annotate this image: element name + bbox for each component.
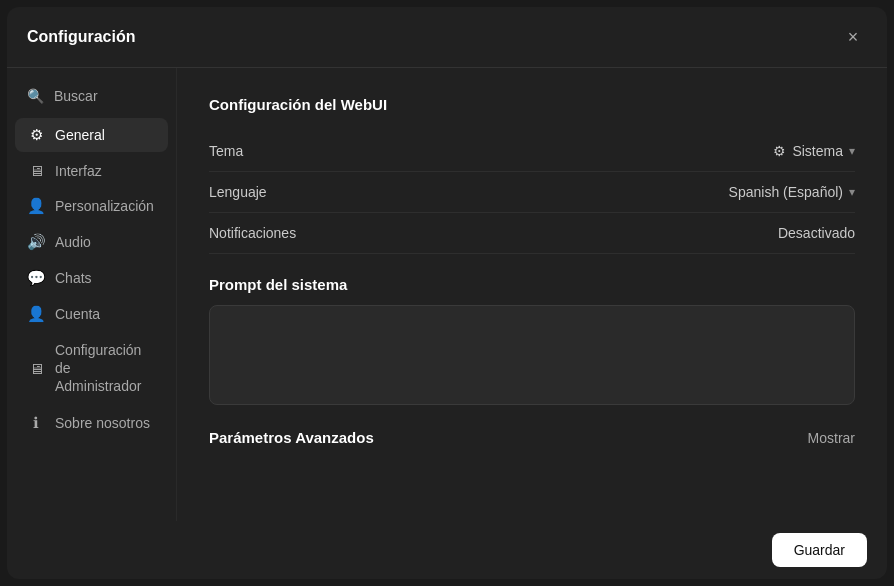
sidebar-item-audio-label: Audio <box>55 234 91 250</box>
chat-icon: 💬 <box>27 269 45 287</box>
audio-icon: 🔊 <box>27 233 45 251</box>
sidebar-item-interfaz[interactable]: 🖥 Interfaz <box>15 154 168 187</box>
lenguaje-selector[interactable]: Spanish (Español) ▾ <box>729 184 855 200</box>
modal-title: Configuración <box>27 28 135 46</box>
system-prompt-textarea[interactable] <box>209 305 855 405</box>
sidebar-item-search-label: Buscar <box>54 88 98 104</box>
modal-body: 🔍 Buscar ⚙ General 🖥 Interfaz 👤 Personal… <box>7 68 887 521</box>
setting-row-lenguaje: Lenguaje Spanish (Español) ▾ <box>209 172 855 213</box>
setting-row-tema: Tema ⚙ Sistema ▾ <box>209 131 855 172</box>
notificaciones-value: Desactivado <box>778 225 855 241</box>
sidebar-item-personalizacion-label: Personalización <box>55 198 154 214</box>
info-icon: ℹ <box>27 414 45 432</box>
sidebar-item-general-label: General <box>55 127 105 143</box>
modal-header: Configuración × <box>7 7 887 68</box>
tema-label: Tema <box>209 143 243 159</box>
monitor-icon: 🖥 <box>27 162 45 179</box>
system-prompt-label: Prompt del sistema <box>209 276 855 293</box>
sidebar-item-search[interactable]: 🔍 Buscar <box>15 80 168 112</box>
lenguaje-value: Spanish (Español) <box>729 184 843 200</box>
system-prompt-section: Prompt del sistema <box>209 276 855 409</box>
admin-icon: 🖥 <box>27 359 45 379</box>
search-icon: 🔍 <box>27 88 44 104</box>
account-icon: 👤 <box>27 305 45 323</box>
settings-modal: Configuración × 🔍 Buscar ⚙ General 🖥 <box>7 7 887 579</box>
tema-value: Sistema <box>792 143 843 159</box>
sidebar-item-about-label: Sobre nosotros <box>55 415 150 431</box>
advanced-row: Parámetros Avanzados Mostrar <box>209 415 855 460</box>
section-title: Configuración del WebUI <box>209 96 855 113</box>
advanced-label: Parámetros Avanzados <box>209 429 374 446</box>
sidebar-item-audio[interactable]: 🔊 Audio <box>15 225 168 259</box>
tema-selector[interactable]: ⚙ Sistema ▾ <box>773 143 855 159</box>
tema-gear-icon: ⚙ <box>773 143 786 159</box>
sidebar-item-interfaz-label: Interfaz <box>55 163 102 179</box>
sidebar-item-chats-label: Chats <box>55 270 92 286</box>
notificaciones-label: Notificaciones <box>209 225 296 241</box>
show-advanced-button[interactable]: Mostrar <box>808 430 855 446</box>
sidebar-item-general[interactable]: ⚙ General <box>15 118 168 152</box>
person-icon: 👤 <box>27 197 45 215</box>
sidebar-item-chats[interactable]: 💬 Chats <box>15 261 168 295</box>
sidebar-item-cuenta-label: Cuenta <box>55 306 100 322</box>
gear-icon: ⚙ <box>27 126 45 144</box>
sidebar-item-admin-label: Configuración de Administrador <box>55 341 156 396</box>
lenguaje-label: Lenguaje <box>209 184 267 200</box>
sidebar-item-personalizacion[interactable]: 👤 Personalización <box>15 189 168 223</box>
tema-chevron-icon: ▾ <box>849 144 855 158</box>
sidebar-item-admin[interactable]: 🖥 Configuración de Administrador <box>15 333 168 404</box>
sidebar-item-cuenta[interactable]: 👤 Cuenta <box>15 297 168 331</box>
close-button[interactable]: × <box>839 23 867 51</box>
sidebar: 🔍 Buscar ⚙ General 🖥 Interfaz 👤 Personal… <box>7 68 177 521</box>
main-content: Configuración del WebUI Tema ⚙ Sistema ▾… <box>177 68 887 521</box>
setting-row-notificaciones: Notificaciones Desactivado <box>209 213 855 254</box>
lenguaje-chevron-icon: ▾ <box>849 185 855 199</box>
sidebar-item-about[interactable]: ℹ Sobre nosotros <box>15 406 168 440</box>
save-button[interactable]: Guardar <box>772 533 867 567</box>
modal-footer: Guardar <box>7 521 887 579</box>
